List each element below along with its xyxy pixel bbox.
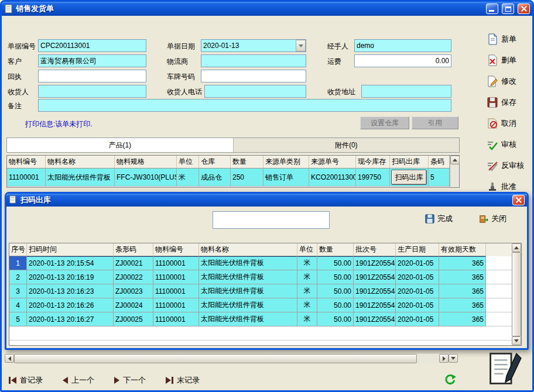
next-record-button[interactable]: 下一个	[114, 375, 146, 386]
cell-material-name: 太阳能光伏组件背板	[199, 312, 297, 326]
scroll-right-button[interactable]	[439, 354, 449, 363]
scroll-up-button[interactable]	[450, 156, 460, 164]
receipt-input[interactable]	[38, 70, 146, 82]
cell-material-no: 11100001	[153, 312, 199, 326]
table-row[interactable]: 1 2020-01-13 20:15:54 ZJ00021 11100001 太…	[9, 256, 512, 270]
reference-button[interactable]: 引用	[412, 116, 458, 129]
cell-qty: 250	[231, 169, 263, 187]
close-button[interactable]	[518, 4, 530, 14]
table-row[interactable]: 3 2020-01-13 20:16:23 ZJ00023 11100001 太…	[9, 284, 512, 298]
column-header: 物料名称	[46, 156, 115, 169]
dialog-close-action-button[interactable]: 关闭	[478, 214, 506, 224]
previous-record-button[interactable]: 上一个	[63, 375, 94, 386]
cancel-button[interactable]: 取消	[487, 118, 516, 129]
dialog-table-vscrollbar[interactable]	[512, 243, 521, 345]
main-titlebar[interactable]: 销售发货单	[2, 2, 532, 16]
consignee-input[interactable]	[38, 85, 146, 98]
dialog-titlebar[interactable]: 扫码出库	[6, 194, 527, 207]
approve-button[interactable]: 批准	[487, 181, 516, 192]
empty-row	[9, 326, 512, 341]
cell-row-no: 5	[9, 312, 27, 326]
scan-outbound-dialog: 扫码出库 完成 关闭 序号扫码时间条形码物料编号物料名称单位数量批次号生产日期有…	[5, 192, 529, 350]
column-header: 单位	[297, 243, 317, 256]
product-row[interactable]: 11100001 太阳能光伏组件背板 FFC-JW3010(PLUS) 米 成品…	[7, 169, 450, 187]
scroll-up-button[interactable]	[512, 243, 521, 252]
minimize-button[interactable]	[486, 4, 498, 14]
column-header: 序号	[9, 243, 27, 256]
cell-unit: 米	[297, 284, 317, 298]
cell-scan-outbound: 扫码出库	[390, 169, 429, 187]
last-record-label: 末记录	[177, 375, 200, 386]
refresh-icon[interactable]	[444, 374, 456, 386]
next-record-icon	[114, 377, 119, 384]
set-warehouse-button[interactable]: 设置仓库	[360, 116, 409, 129]
scroll-down-button[interactable]	[449, 354, 458, 363]
delete-doc-button[interactable]: 删单	[487, 54, 516, 66]
cell-valid-days: 365	[439, 284, 486, 298]
hscrollbar-track[interactable]	[417, 354, 439, 363]
cell-barcode: ZJ00021	[114, 256, 153, 270]
dialog-close-button[interactable]	[512, 195, 525, 205]
column-header: 扫码出库	[390, 156, 429, 169]
scroll-left-button[interactable]	[5, 354, 14, 363]
tab-attachments[interactable]: 附件(0)	[233, 138, 460, 152]
last-record-button[interactable]: 末记录	[166, 375, 200, 386]
doc-date-input[interactable]	[201, 39, 306, 52]
product-table-vscrollbar[interactable]	[450, 156, 459, 187]
table-row[interactable]: 4 2020-01-13 20:16:26 ZJ00024 11100001 太…	[9, 298, 512, 312]
first-record-button[interactable]: 首记录	[9, 375, 43, 386]
plate-no-input[interactable]	[201, 70, 306, 82]
handler-label: 经手人	[327, 42, 348, 51]
unaudit-button[interactable]: 反审核	[487, 160, 524, 171]
save-button[interactable]: 保存	[487, 97, 516, 108]
logistics-input[interactable]	[201, 54, 306, 67]
maximize-button[interactable]	[502, 4, 514, 14]
column-header: 生产日期	[396, 243, 439, 256]
finish-button[interactable]: 完成	[425, 214, 453, 224]
new-doc-button[interactable]: 新单	[487, 33, 516, 45]
scan-table-header: 序号扫码时间条形码物料编号物料名称单位数量批次号生产日期有效期天数	[9, 243, 512, 256]
filler-cell	[486, 284, 512, 298]
cell-material-name: 太阳能光伏组件背板	[199, 270, 297, 284]
cell-barcode-qty: 5	[429, 169, 450, 187]
last-record-icon	[166, 377, 173, 384]
edit-document-icon	[488, 352, 522, 387]
vscrollbar-down-box[interactable]	[449, 354, 458, 363]
scrollbar-thumb[interactable]	[512, 252, 521, 336]
cell-batch-no: 1901Z20554	[354, 256, 396, 270]
logistics-label: 物流商	[167, 57, 188, 67]
filler-cell	[486, 312, 512, 326]
scroll-down-button[interactable]	[512, 336, 521, 345]
horizontal-scrollbar[interactable]	[5, 354, 449, 363]
cell-qty: 50.00	[317, 298, 354, 312]
remark-input[interactable]	[38, 99, 451, 112]
table-row[interactable]: 2 2020-01-13 20:16:19 ZJ00022 11100001 太…	[9, 270, 512, 284]
close-action-icon	[478, 214, 489, 224]
column-header: 扫码时间	[27, 243, 114, 256]
cell-row-no: 4	[9, 298, 27, 312]
address-input[interactable]	[361, 85, 451, 98]
cell-batch-no: 1901Z20554	[354, 284, 396, 298]
hscrollbar-thumb[interactable]	[14, 354, 417, 363]
cell-scan-time: 2020-01-13 20:16:19	[27, 270, 114, 284]
audit-button[interactable]: 审核	[487, 139, 516, 150]
modify-button[interactable]: 修改	[487, 75, 516, 87]
scan-outbound-button[interactable]: 扫码出库	[391, 170, 427, 185]
audit-icon	[487, 139, 498, 150]
cell-qty: 50.00	[317, 284, 354, 298]
table-row[interactable]: 5 2020-01-13 20:16:27 ZJ00025 11100001 太…	[9, 312, 512, 326]
barcode-scan-input[interactable]	[213, 211, 330, 229]
cell-qty: 50.00	[317, 256, 354, 270]
date-dropdown-arrow[interactable]	[296, 40, 306, 51]
tab-products[interactable]: 产品(1)	[7, 138, 233, 152]
cell-barcode: ZJ00024	[114, 298, 153, 312]
doc-no-input[interactable]	[38, 39, 146, 52]
cell-valid-days: 365	[439, 298, 486, 312]
cancel-icon	[487, 118, 498, 129]
window-title: 销售发货单	[16, 4, 482, 14]
freight-input[interactable]	[354, 54, 451, 67]
customer-input[interactable]	[38, 54, 146, 67]
handler-input[interactable]	[354, 39, 451, 52]
cell-warehouse: 成品仓	[199, 169, 231, 187]
consignee-phone-input[interactable]	[204, 85, 306, 98]
